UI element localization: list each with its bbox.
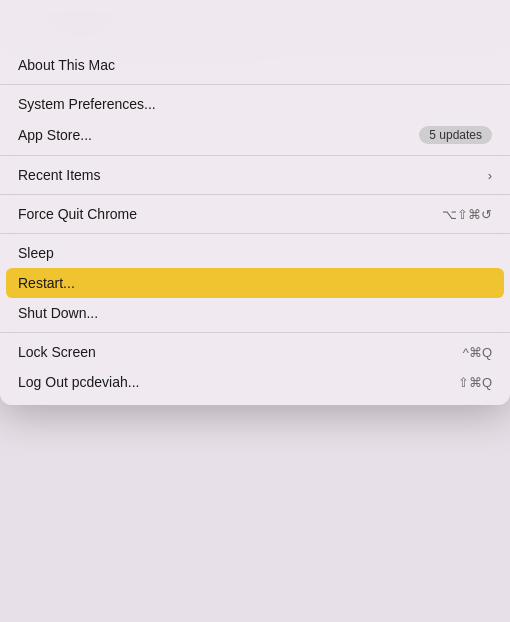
recent-items-arrow-icon: › [488,168,492,183]
menu-item-sleep[interactable]: Sleep [0,238,510,268]
logout-label: Log Out pcdeviah... [18,374,139,390]
separator-1 [0,84,510,85]
menu-item-recent-items[interactable]: Recent Items › [0,160,510,190]
menu-item-lock-screen[interactable]: Lock Screen ^⌘Q [0,337,510,367]
lock-screen-label: Lock Screen [18,344,96,360]
separator-4 [0,233,510,234]
force-quit-shortcut: ⌥⇧⌘↺ [442,207,492,222]
separator-3 [0,194,510,195]
about-label: About This Mac [18,57,115,73]
app-store-badge: 5 updates [419,126,492,144]
apple-dropdown-menu: About This Mac System Preferences... App… [0,0,510,405]
menu-item-shutdown[interactable]: Shut Down... [0,298,510,328]
menu-item-restart[interactable]: Restart... [6,268,504,298]
system-prefs-label: System Preferences... [18,96,156,112]
recent-items-label: Recent Items [18,167,100,183]
menu-item-app-store[interactable]: App Store... 5 updates [0,119,510,151]
shutdown-label: Shut Down... [18,305,98,321]
app-store-label: App Store... [18,127,92,143]
sleep-label: Sleep [18,245,54,261]
menu-item-system-prefs[interactable]: System Preferences... [0,89,510,119]
separator-5 [0,332,510,333]
menu-item-force-quit[interactable]: Force Quit Chrome ⌥⇧⌘↺ [0,199,510,229]
lock-screen-shortcut: ^⌘Q [463,345,492,360]
force-quit-label: Force Quit Chrome [18,206,137,222]
menu-item-about[interactable]: About This Mac [0,50,510,80]
separator-2 [0,155,510,156]
restart-label: Restart... [18,275,75,291]
logout-shortcut: ⇧⌘Q [458,375,492,390]
menu-item-logout[interactable]: Log Out pcdeviah... ⇧⌘Q [0,367,510,397]
